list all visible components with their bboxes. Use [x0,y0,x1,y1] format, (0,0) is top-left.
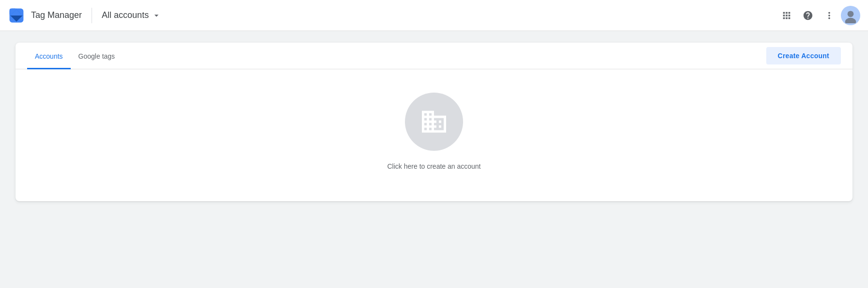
apps-icon [781,10,792,21]
tab-google-tags[interactable]: Google tags [71,43,123,69]
empty-state-icon-circle [405,93,463,151]
avatar-button[interactable] [841,6,860,25]
create-account-button[interactable]: Create Account [766,47,841,64]
apps-button[interactable] [777,6,796,25]
context-selector[interactable]: All accounts [102,10,161,20]
logo-area: Tag Manager [8,7,82,24]
user-avatar [843,8,858,23]
main-content: Accounts Google tags Create Account Clic… [0,31,868,288]
app-name: Tag Manager [31,10,82,20]
more-button[interactable] [820,6,839,25]
help-icon [803,10,813,21]
svg-point-8 [848,11,854,17]
accounts-card: Accounts Google tags Create Account Clic… [16,43,852,201]
context-label: All accounts [102,10,149,20]
topbar-actions [777,6,860,25]
help-button[interactable] [798,6,818,25]
card-header: Accounts Google tags Create Account [16,43,852,69]
topbar: Tag Manager All accounts [0,0,868,31]
tag-manager-logo [8,7,25,24]
topbar-divider [92,8,92,23]
tabs: Accounts Google tags [27,43,123,69]
card-body: Click here to create an account [16,69,852,201]
empty-state-text: Click here to create an account [388,162,481,170]
more-vert-icon [824,10,835,21]
business-icon [419,107,449,136]
chevron-down-icon [152,11,161,20]
tab-accounts[interactable]: Accounts [27,43,71,69]
